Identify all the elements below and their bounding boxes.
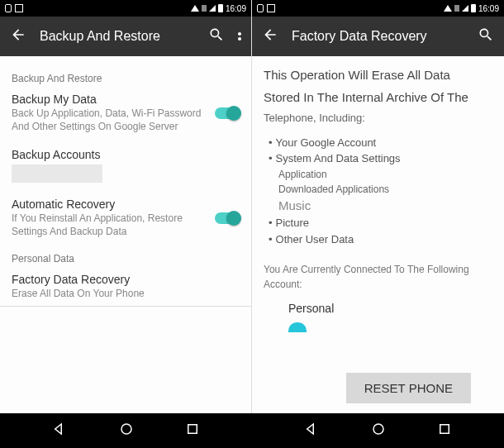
automatic-recovery-sub: If You Reinstall An Application, Restore… bbox=[12, 212, 240, 238]
backup-account-value bbox=[12, 164, 102, 183]
wifi-icon bbox=[191, 5, 199, 12]
status-time: 16:09 bbox=[226, 4, 246, 13]
backup-accounts-item[interactable]: Backup Accounts bbox=[12, 148, 240, 183]
divider bbox=[0, 306, 251, 307]
square-icon bbox=[267, 4, 275, 12]
backup-my-data-sub: Back Up Application, Data, Wi-Fi Passwor… bbox=[12, 107, 240, 133]
backup-accounts-title: Backup Accounts bbox=[12, 148, 240, 161]
page-title: Backup And Restore bbox=[40, 29, 195, 44]
nav-home-icon[interactable] bbox=[371, 422, 386, 440]
svg-point-0 bbox=[121, 424, 131, 434]
list-sub-item: Music bbox=[264, 197, 492, 216]
nav-back-icon[interactable] bbox=[52, 422, 67, 440]
overflow-menu-icon[interactable] bbox=[238, 32, 241, 41]
app-bar: Factory Data Recovery bbox=[252, 17, 504, 56]
connected-text: You Are Currently Connected To The Follo… bbox=[264, 262, 492, 292]
list-item: Other User Data bbox=[264, 231, 492, 248]
automatic-recovery-toggle[interactable] bbox=[215, 212, 240, 224]
app-bar: Backup And Restore bbox=[0, 17, 251, 56]
wifi-icon bbox=[444, 5, 452, 12]
tab-icon bbox=[257, 4, 264, 12]
backup-my-data-item[interactable]: Backup My Data Back Up Application, Data… bbox=[12, 93, 240, 133]
status-bar: 16:09 bbox=[252, 0, 504, 17]
battery-icon bbox=[218, 4, 223, 12]
svg-rect-1 bbox=[188, 425, 197, 434]
list-item: System And Data Settings bbox=[264, 150, 492, 167]
factory-data-recovery-item[interactable]: Factory Data Recovery Erase All Data On … bbox=[12, 273, 240, 301]
battery-icon bbox=[471, 4, 476, 12]
back-icon[interactable] bbox=[262, 26, 278, 46]
list-sub-item: Downloaded Applications bbox=[264, 182, 492, 197]
automatic-recovery-item[interactable]: Automatic Recovery If You Reinstall An A… bbox=[12, 198, 240, 238]
page-title: Factory Data Recovery bbox=[292, 29, 464, 44]
nav-recent-icon[interactable] bbox=[437, 422, 452, 440]
erase-list: Your Google Account System And Data Sett… bbox=[264, 135, 492, 248]
list-item: Your Google Account bbox=[264, 135, 492, 151]
intro-line3: Telephone, Including: bbox=[264, 110, 492, 126]
intro-line2: Stored In The Internal Archive Of The bbox=[264, 88, 492, 107]
backup-my-data-title: Backup My Data bbox=[12, 93, 240, 106]
nav-home-icon[interactable] bbox=[119, 422, 134, 440]
section-backup-restore: Backup And Restore bbox=[12, 73, 240, 84]
back-icon[interactable] bbox=[10, 26, 26, 46]
search-icon[interactable] bbox=[208, 26, 225, 46]
svg-rect-3 bbox=[440, 425, 449, 434]
factory-data-recovery-sub: Erase All Data On Your Phone bbox=[12, 288, 240, 301]
list-item: Picture bbox=[264, 215, 492, 231]
reset-phone-button[interactable]: RESET PHONE bbox=[346, 373, 471, 403]
tab-icon bbox=[5, 4, 12, 12]
nav-back-icon[interactable] bbox=[304, 422, 319, 440]
account-avatar-icon bbox=[288, 322, 307, 332]
navigation-bar bbox=[0, 413, 504, 448]
account-name: Personal bbox=[288, 300, 492, 317]
square-icon bbox=[15, 4, 23, 12]
automatic-recovery-title: Automatic Recovery bbox=[12, 198, 240, 211]
backup-my-data-toggle[interactable] bbox=[215, 107, 240, 119]
status-bar: 16:09 bbox=[0, 0, 251, 17]
svg-point-2 bbox=[373, 424, 383, 434]
section-personal-data: Personal Data bbox=[12, 253, 240, 265]
signal-icon bbox=[209, 5, 216, 12]
signal-icon bbox=[462, 5, 468, 12]
search-icon[interactable] bbox=[478, 26, 494, 46]
sim-icon bbox=[202, 5, 207, 12]
sim-icon bbox=[454, 5, 459, 12]
intro-line1: This Operation Will Erase All Data bbox=[264, 66, 492, 85]
nav-recent-icon[interactable] bbox=[185, 422, 200, 440]
status-time: 16:09 bbox=[478, 4, 499, 13]
list-sub-item: Application bbox=[264, 167, 492, 182]
factory-data-recovery-title: Factory Data Recovery bbox=[12, 273, 240, 286]
